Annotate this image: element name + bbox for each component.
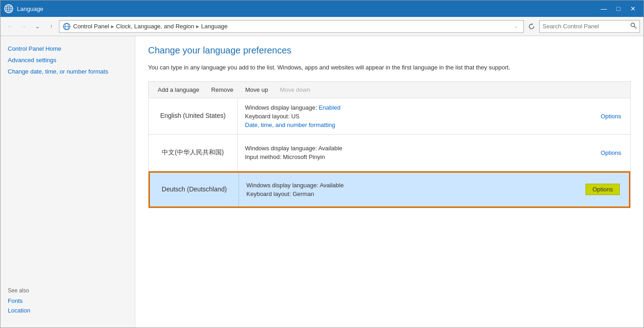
see-also-label: See also [8, 287, 128, 294]
lang-info-zh: Windows display language: Available Inpu… [238, 135, 601, 171]
recent-button[interactable]: ⌄ [32, 21, 43, 32]
window-title: Language [17, 5, 597, 12]
svg-line-10 [634, 26, 636, 28]
remove-button[interactable]: Remove [206, 85, 239, 95]
add-language-button[interactable]: Add a language [152, 85, 205, 95]
sidebar-location[interactable]: Location [8, 307, 128, 314]
options-button-en[interactable]: Options [601, 113, 621, 120]
lang-detail-en-0-link[interactable]: Enabled [319, 104, 341, 111]
lang-detail-en-0: Windows display language: Enabled [245, 104, 593, 111]
options-button-de[interactable]: Options [585, 184, 620, 195]
main-panel: Change your language preferences You can… [135, 36, 644, 328]
forward-button[interactable]: → [18, 21, 30, 32]
lang-info-de: Windows display language: Available Keyb… [239, 173, 585, 206]
sidebar-fonts[interactable]: Fonts [8, 297, 128, 304]
path-separator-1: ▸ [111, 23, 114, 30]
lang-detail-de-0: Windows display language: Available [246, 182, 578, 189]
move-up-button[interactable]: Move up [240, 85, 274, 95]
options-button-zh[interactable]: Options [601, 149, 621, 156]
sidebar-change-date-time[interactable]: Change date, time, or number formats [8, 68, 128, 75]
close-button[interactable]: ✕ [626, 3, 640, 14]
lang-info-en: Windows display language: Enabled Keyboa… [238, 98, 601, 134]
svg-point-9 [631, 23, 635, 27]
breadcrumb-clock-language[interactable]: Clock, Language, and Region [116, 23, 194, 30]
window-icon [4, 4, 13, 13]
language-item-zh[interactable]: 中文(中华人民共和国) Windows display language: Av… [149, 135, 630, 171]
lang-detail-en-0-text: Windows display language: [245, 104, 319, 111]
main-window: Language — □ ✕ ← → ⌄ ↑ Control Panel ▸ C… [0, 0, 644, 328]
lang-name-de: Deutsch (Deutschland) [150, 173, 239, 206]
lang-name-zh: 中文(中华人民共和国) [149, 135, 238, 171]
address-icon [63, 23, 70, 30]
lang-name-en: English (United States) [149, 98, 238, 134]
breadcrumb-control-panel[interactable]: Control Panel [73, 23, 109, 30]
sidebar: Control Panel Home Advanced settings Cha… [0, 36, 135, 328]
back-button[interactable]: ← [4, 21, 16, 32]
lang-options-en: Options [601, 98, 630, 134]
sidebar-control-panel-home[interactable]: Control Panel Home [8, 45, 128, 52]
address-path[interactable]: Control Panel ▸ Clock, Language, and Reg… [59, 20, 524, 33]
lang-detail-en-1: Keyboard layout: US [245, 113, 593, 120]
search-input[interactable] [543, 23, 630, 30]
lang-detail-de-1: Keyboard layout: German [246, 190, 578, 197]
lang-detail-en-2: Date, time, and number formatting [245, 122, 593, 128]
lang-detail-zh-0: Windows display language: Available [245, 145, 593, 152]
sidebar-advanced-settings[interactable]: Advanced settings [8, 57, 128, 63]
window-controls: — □ ✕ [597, 3, 640, 14]
path-separator-2: ▸ [196, 23, 199, 30]
language-item-de[interactable]: Deutsch (Deutschland) Windows display la… [149, 171, 630, 208]
search-box [539, 20, 640, 33]
language-toolbar: Add a language Remove Move up Move down [148, 81, 631, 98]
page-title: Change your language preferences [148, 45, 631, 56]
move-down-button[interactable]: Move down [274, 85, 315, 95]
breadcrumb-language[interactable]: Language [201, 23, 228, 30]
language-list: English (United States) Windows display … [148, 98, 631, 208]
up-button[interactable]: ↑ [45, 21, 57, 32]
minimize-button[interactable]: — [597, 3, 611, 14]
lang-options-de: Options [585, 173, 629, 206]
title-bar: Language — □ ✕ [0, 0, 644, 17]
content-area: Control Panel Home Advanced settings Cha… [0, 36, 644, 328]
page-description: You can type in any language you add to … [148, 63, 605, 72]
maximize-button[interactable]: □ [612, 3, 625, 14]
address-bar: ← → ⌄ ↑ Control Panel ▸ Clock, Language,… [0, 17, 644, 36]
refresh-button[interactable] [526, 21, 538, 32]
lang-options-zh: Options [601, 135, 630, 171]
search-button[interactable] [630, 22, 637, 30]
language-item-en[interactable]: English (United States) Windows display … [149, 98, 630, 135]
lang-detail-zh-1: Input method: Microsoft Pinyin [245, 153, 593, 160]
lang-detail-en-2-link[interactable]: Date, time, and number formatting [245, 122, 335, 128]
